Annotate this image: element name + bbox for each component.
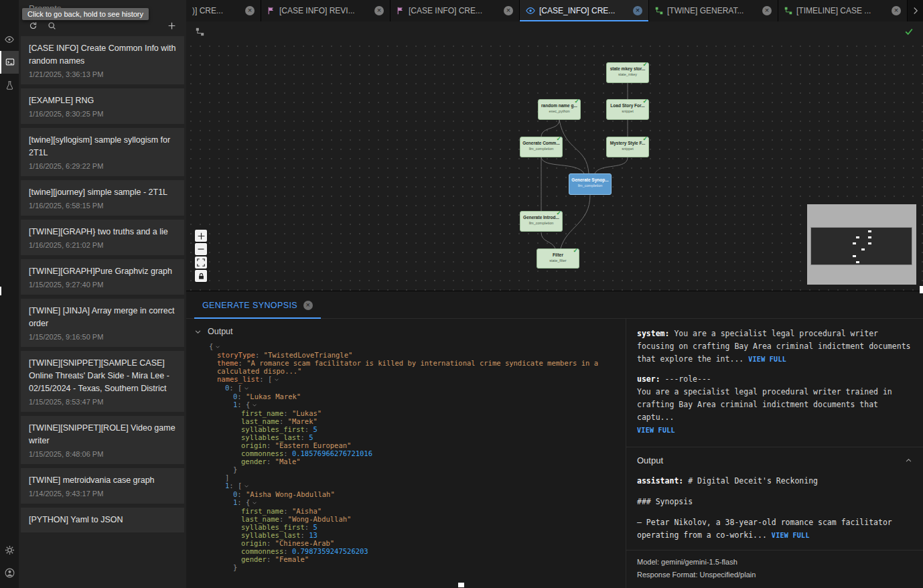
prompt-list-item[interactable]: [twine][journey] simple sample - 2T1L1/1… — [21, 180, 184, 216]
node-check-icon: ✓ — [642, 98, 648, 104]
editor-tab[interactable]: )] CRE...× — [186, 0, 261, 21]
splitter-grip-right[interactable] — [920, 286, 923, 293]
editor-tab[interactable]: [TIMELINE] CASE ...× — [778, 0, 908, 21]
prompt-list-item[interactable]: [PYTHON] Yaml to JSON — [21, 508, 184, 532]
json-line: 1: { — [209, 400, 620, 409]
view-full-link[interactable]: VIEW FULL — [748, 356, 786, 363]
assistant-heading: # Digital Deceit's Reckoning — [688, 476, 818, 486]
tab-close-icon[interactable]: × — [245, 6, 255, 15]
prompt-title: [TWINE][GRAPH]Pure Graphviz graph — [29, 265, 176, 278]
rail-item-experiments[interactable] — [0, 74, 19, 96]
flow-check-icon — [904, 27, 914, 36]
add-prompt-button[interactable] — [167, 21, 176, 30]
node-check-icon: ✓ — [642, 136, 648, 142]
collapse-caret-icon[interactable] — [252, 401, 257, 409]
prompt-list-item[interactable]: [TWINE][SNIPPET][SAMPLE CASE] Online Thr… — [21, 351, 184, 412]
prompt-list-item[interactable]: [CASE INFO] Create Common Info with rand… — [21, 36, 184, 84]
editor-tab[interactable]: [CASE INFO] REVI...× — [261, 0, 390, 21]
prompt-title: [EXAMPLE] RNG — [29, 94, 176, 107]
prompt-list-item[interactable]: [EXAMPLE] RNG1/16/2025, 8:30:25 PM — [21, 88, 184, 124]
collapse-caret-icon[interactable] — [274, 376, 279, 384]
json-line: syllables_first: 5 — [209, 523, 620, 531]
flow-node-mystery-style[interactable]: ✓Mystery Style F...snippet — [606, 137, 649, 157]
editor-tab[interactable]: [CASE INFO] CRE...× — [390, 0, 520, 21]
message-role: user: — [637, 374, 660, 384]
search-button[interactable] — [48, 21, 56, 30]
collapse-caret-icon[interactable] — [215, 343, 220, 351]
settings-icon — [5, 545, 15, 555]
minimap-node-dot — [853, 255, 856, 257]
prompt-list-item[interactable]: [TWINE][GRAPH} two truths and a lie1/16/… — [21, 220, 184, 255]
app-window: Prompts Click to go back, hold to see hi… — [0, 0, 923, 588]
panel-tab-close-icon[interactable]: × — [303, 301, 313, 310]
node-subtitle: llm_completion — [520, 220, 562, 226]
tab-close-icon[interactable]: × — [892, 6, 901, 15]
eye-icon — [5, 35, 14, 44]
prompt-list-item[interactable]: [TWINE] metroidvania case graph1/14/2025… — [21, 468, 184, 504]
panel-tab-generate-synopsis[interactable]: GENERATE SYNOPSIS × — [194, 301, 321, 319]
prompt-list-item[interactable]: [TWINE][GRAPH]Pure Graphviz graph1/15/20… — [21, 259, 184, 295]
message-system: system: You are a specialist legal proce… — [637, 327, 912, 366]
zoom-in-button[interactable] — [195, 230, 207, 242]
prompt-timestamp: 1/16/2025, 6:29:22 PM — [29, 162, 176, 170]
json-line: 0: "Aisha Wong-Abdullah" — [209, 490, 620, 498]
collapse-caret-icon[interactable] — [252, 499, 257, 507]
flow-canvas[interactable]: ✓state mkey stor...state_mkey✓random nam… — [186, 21, 923, 291]
prompt-title: [TWINE][SNIPPET][ROLE] Video game writer — [29, 422, 176, 447]
zoom-lock-button[interactable] — [195, 270, 207, 282]
prompt-list-item[interactable]: [TWINE][SNIPPET][ROLE] Video game writer… — [21, 416, 184, 464]
tab-close-icon[interactable]: × — [762, 6, 772, 15]
prompt-list-item[interactable]: [twine][syllogism] sample syllogism for … — [21, 128, 184, 176]
node-subtitle: snippet — [607, 108, 648, 114]
splitter-grip-bottom[interactable] — [458, 583, 464, 587]
editor-tab[interactable]: [CASE_INFO] CRE...× — [520, 0, 649, 21]
prompt-title: [twine][syllogism] sample syllogism for … — [29, 134, 176, 159]
assistant-subheading: ### Synopsis — [637, 496, 912, 508]
rail-item-eye[interactable] — [0, 28, 19, 51]
zoom-fit-button[interactable] — [195, 256, 207, 269]
zoom-controls — [195, 230, 207, 282]
messages: system: You are a specialist legal proce… — [626, 319, 923, 447]
prompt-timestamp: 1/15/2025, 8:48:06 PM — [29, 450, 176, 458]
tab-close-icon[interactable]: × — [374, 6, 384, 15]
output-section-header[interactable]: Output — [626, 447, 923, 473]
message-assistant: assistant: # Digital Deceit's Reckoning … — [626, 473, 923, 550]
flow-node-filter[interactable]: ✓Filterstate_filter — [537, 248, 579, 269]
minimap-viewport[interactable] — [810, 227, 912, 265]
view-full-link[interactable]: VIEW FULL — [637, 427, 675, 434]
model-info: Model: gemini/gemini-1.5-flash Response … — [626, 550, 923, 588]
view-full-link[interactable]: VIEW FULL — [772, 532, 810, 539]
rail-item-account[interactable] — [0, 561, 19, 584]
zoom-out-button[interactable] — [195, 243, 207, 255]
tab-scroll-right-button[interactable] — [908, 0, 923, 21]
experiments-icon — [5, 81, 14, 90]
collapse-caret-icon[interactable] — [244, 482, 249, 490]
prompts-sidebar: Prompts Click to go back, hold to see hi… — [19, 0, 186, 588]
splitter-grip-left[interactable] — [0, 287, 1, 295]
tab-label: [CASE INFO] REVI... — [279, 6, 370, 15]
model-line: Model: gemini/gemini-1.5-flash — [637, 556, 912, 569]
rail-item-settings[interactable] — [0, 538, 19, 561]
node-subtitle: exec_python — [539, 108, 580, 114]
flow-node-generate-synopsis[interactable]: Generate Synop...llm_completion — [569, 173, 612, 195]
output-collapse-toggle[interactable]: Output — [194, 324, 620, 342]
minimap-node-dot — [853, 242, 856, 244]
collapse-caret-icon[interactable] — [244, 384, 249, 392]
prompt-timestamp: 1/16/2025, 8:30:25 PM — [29, 110, 176, 118]
flow-node-random-name[interactable]: ✓random name g...exec_python — [538, 99, 581, 120]
rail-item-prompts[interactable] — [0, 51, 19, 74]
flow-node-generate-common[interactable]: ✓Generate Comm...llm_completion — [520, 137, 563, 157]
editor-tab[interactable]: [TWINE] GENERAT...× — [649, 0, 778, 21]
activity-bar-bottom — [0, 538, 19, 588]
tab-close-icon[interactable]: × — [504, 6, 513, 15]
prompt-list-item[interactable]: [TWINE] [JINJA] Array merge in correct o… — [21, 299, 184, 347]
flow-node-generate-introduction[interactable]: ✓Generate Introd...llm_completion — [520, 211, 563, 232]
prompt-timestamp: 1/14/2025, 9:43:17 PM — [29, 490, 176, 498]
refresh-button[interactable] — [29, 21, 38, 30]
json-line: commonness: 0.7987359247526203 — [209, 547, 620, 555]
panel-tab-bar: GENERATE SYNOPSIS × — [186, 291, 923, 319]
flow-node-state-mkey[interactable]: ✓state mkey stor...state_mkey — [606, 62, 649, 83]
minimap[interactable] — [807, 204, 916, 285]
flow-node-load-story[interactable]: ✓Load Story For...snippet — [606, 99, 649, 120]
tab-close-icon[interactable]: × — [633, 6, 642, 15]
